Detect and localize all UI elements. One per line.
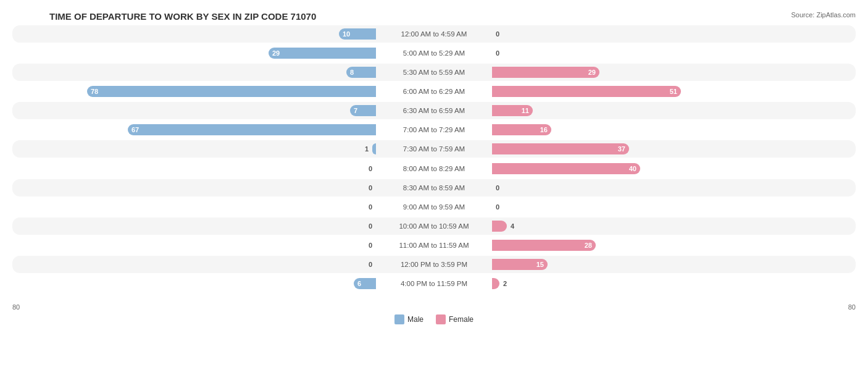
bar-row: 7 6:30 AM to 6:59 AM 11 — [12, 102, 856, 119]
bar-row: 10 12:00 AM to 4:59 AM 0 — [12, 25, 856, 43]
chart-area: 10 12:00 AM to 4:59 AM 0 29 5:00 AM to 5… — [12, 24, 856, 324]
female-bar-wrap: 0 — [492, 182, 856, 194]
male-value-outside: 0 — [369, 203, 372, 211]
male-bar-wrap: 29 — [12, 47, 376, 59]
female-value: 28 — [585, 242, 592, 249]
left-section: 0 — [12, 198, 378, 216]
male-value-outside: 1 — [365, 145, 369, 153]
male-bar: 10 — [339, 28, 376, 40]
female-bar-wrap: 11 — [492, 104, 856, 117]
right-section: 11 — [490, 102, 856, 119]
male-bar-wrap: 1 — [12, 143, 376, 155]
legend-female-box — [436, 314, 446, 324]
left-section: 0 — [12, 179, 378, 196]
female-value: 37 — [618, 145, 625, 153]
male-value-outside: 0 — [369, 165, 372, 172]
right-section: 29 — [490, 64, 856, 81]
axis-right: 80 — [848, 303, 856, 311]
rows-wrapper: 10 12:00 AM to 4:59 AM 0 29 5:00 AM to 5… — [12, 24, 856, 293]
male-bar-wrap: 10 — [12, 28, 376, 40]
female-bar-wrap: 16 — [492, 124, 856, 136]
source-label: Source: ZipAtlas.com — [791, 11, 856, 19]
legend-female-label: Female — [449, 315, 474, 324]
female-bar-wrap: 29 — [492, 66, 856, 78]
left-section: 8 — [12, 64, 378, 81]
female-bar: 29 — [492, 67, 599, 78]
row-label: 8:00 AM to 8:29 AM — [378, 165, 490, 172]
bar-row: 29 5:00 AM to 5:29 AM 0 — [12, 44, 856, 62]
axis-left: 80 — [12, 303, 20, 311]
bar-row: 0 8:00 AM to 8:29 AM 40 — [12, 160, 856, 177]
bar-row: 78 6:00 AM to 6:29 AM 51 — [12, 83, 856, 100]
female-bar: 28 — [492, 240, 596, 251]
female-bar — [492, 221, 507, 232]
right-section: 2 — [490, 275, 856, 292]
female-bar — [492, 278, 499, 289]
male-bar: 6 — [354, 278, 376, 289]
female-value: 29 — [588, 69, 596, 76]
female-bar-wrap: 28 — [492, 239, 856, 251]
row-label: 7:30 AM to 7:59 AM — [378, 145, 490, 153]
left-section: 0 — [12, 217, 378, 235]
male-bar-wrap: 78 — [12, 85, 376, 98]
left-section: 29 — [12, 44, 378, 62]
left-section: 0 — [12, 160, 378, 177]
male-value-outside: 0 — [369, 242, 372, 249]
left-section: 6 — [12, 275, 378, 292]
right-section: 37 — [490, 140, 856, 158]
bar-row: 0 10:00 AM to 10:59 AM 4 — [12, 217, 856, 235]
male-bar-wrap: 0 — [12, 182, 376, 194]
left-section: 7 — [12, 102, 378, 119]
left-section: 1 — [12, 140, 378, 158]
row-label: 5:00 AM to 5:29 AM — [378, 49, 490, 57]
legend: Male Female — [394, 314, 474, 324]
row-label: 10:00 AM to 10:59 AM — [378, 222, 490, 230]
bar-row: 1 7:30 AM to 7:59 AM 37 — [12, 140, 856, 158]
female-value-outside: 0 — [496, 184, 499, 192]
male-value: 67 — [131, 126, 139, 133]
female-bar-wrap: 4 — [492, 220, 856, 232]
female-bar-wrap: 0 — [492, 201, 856, 213]
female-value: 51 — [670, 88, 677, 95]
male-bar-wrap: 0 — [12, 201, 376, 213]
row-label: 9:00 AM to 9:59 AM — [378, 203, 490, 211]
left-section: 78 — [12, 83, 378, 100]
bar-row: 0 9:00 AM to 9:59 AM 0 — [12, 198, 856, 216]
female-bar: 51 — [492, 86, 681, 97]
bar-row: 67 7:00 AM to 7:29 AM 16 — [12, 121, 856, 138]
right-section: 0 — [490, 25, 856, 43]
legend-male-label: Male — [407, 315, 424, 324]
row-label: 7:00 AM to 7:29 AM — [378, 126, 490, 133]
row-label: 12:00 AM to 4:59 AM — [378, 30, 490, 38]
male-bar-wrap: 0 — [12, 239, 376, 251]
male-bar-wrap: 0 — [12, 258, 376, 271]
female-bar: 15 — [492, 259, 548, 270]
female-bar-wrap: 40 — [492, 162, 856, 175]
female-value-outside: 2 — [503, 280, 507, 287]
legend-female: Female — [436, 314, 474, 324]
left-section: 10 — [12, 25, 378, 43]
right-section: 16 — [490, 121, 856, 138]
row-label: 12:00 PM to 3:59 PM — [378, 261, 490, 268]
female-value-outside: 4 — [511, 222, 514, 230]
row-label: 11:00 AM to 11:59 AM — [378, 242, 490, 249]
male-value: 78 — [91, 88, 98, 95]
right-section: 15 — [490, 256, 856, 273]
male-bar: 7 — [350, 105, 376, 116]
bar-row: 0 12:00 PM to 3:59 PM 15 — [12, 256, 856, 273]
male-bar: 29 — [269, 48, 376, 59]
female-bar-wrap: 0 — [492, 28, 856, 40]
row-label: 6:00 AM to 6:29 AM — [378, 88, 490, 95]
female-bar-wrap: 0 — [492, 47, 856, 59]
female-value-outside: 0 — [496, 49, 499, 57]
male-value-outside: 0 — [369, 222, 372, 230]
female-value: 15 — [536, 261, 544, 268]
male-value: 29 — [272, 49, 280, 57]
bar-row: 0 8:30 AM to 8:59 AM 0 — [12, 179, 856, 196]
right-section: 40 — [490, 160, 856, 177]
row-label: 6:30 AM to 6:59 AM — [378, 107, 490, 114]
female-bar: 11 — [492, 105, 533, 116]
female-bar-wrap: 15 — [492, 258, 856, 271]
chart-title: TIME OF DEPARTURE TO WORK BY SEX IN ZIP … — [12, 11, 856, 22]
male-bar-wrap: 6 — [12, 277, 376, 290]
